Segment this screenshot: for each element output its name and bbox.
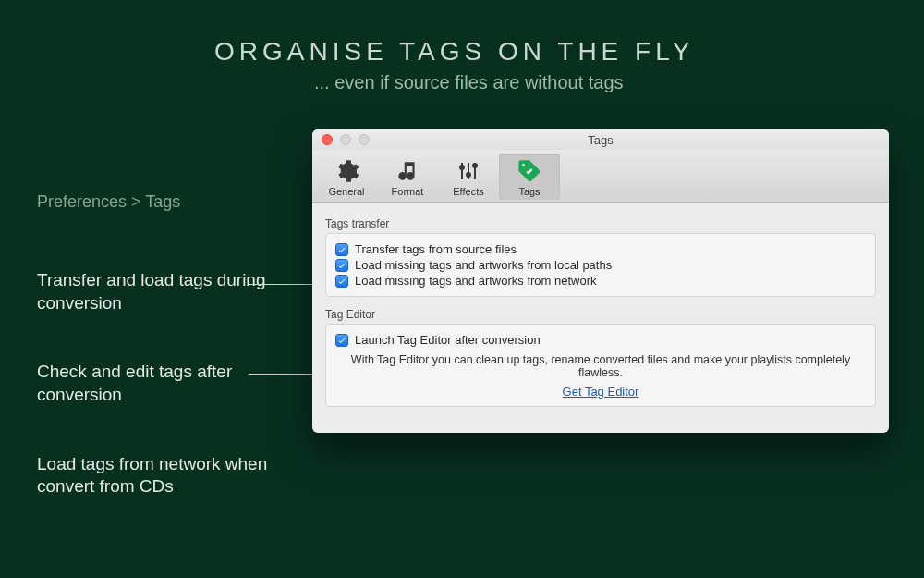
callout-transfer: Transfer and load tags during conversion <box>37 269 296 314</box>
breadcrumb: Preferences > Tags <box>37 192 296 212</box>
music-note-icon <box>377 157 438 185</box>
tab-label: General <box>316 186 377 197</box>
preferences-window: Tags General Format Effects Tags <box>312 129 889 433</box>
callout-network: Load tags from network when convert from… <box>37 453 296 498</box>
callout-edit: Check and edit tags after conversion <box>37 361 296 406</box>
get-tag-editor-link[interactable]: Get Tag Editor <box>563 385 639 399</box>
window-title: Tags <box>312 133 889 147</box>
checkbox-checked-icon[interactable] <box>335 243 348 256</box>
tab-label: Effects <box>438 186 499 197</box>
tab-format[interactable]: Format <box>377 154 438 200</box>
editor-description: With Tag Editor you can clean up tags, r… <box>335 353 866 379</box>
group-editor: Launch Tag Editor after conversion With … <box>325 324 876 407</box>
checkbox-label: Transfer tags from source files <box>355 242 517 256</box>
checkbox-row[interactable]: Load missing tags and artworks from netw… <box>335 273 866 289</box>
tab-label: Format <box>377 186 438 197</box>
svg-point-3 <box>460 166 464 169</box>
checkbox-label: Launch Tag Editor after conversion <box>355 333 541 347</box>
gear-icon <box>316 157 377 185</box>
tab-general[interactable]: General <box>316 154 377 200</box>
checkbox-label: Load missing tags and artworks from loca… <box>355 258 612 272</box>
group-transfer: Transfer tags from source files Load mis… <box>325 233 876 297</box>
preferences-toolbar: General Format Effects Tags <box>312 150 889 203</box>
page-subhead: ... even if source files are without tag… <box>314 72 694 93</box>
tab-effects[interactable]: Effects <box>438 154 499 200</box>
page-headline: ORGANISE TAGS ON THE FLY <box>214 37 694 67</box>
tag-icon <box>499 157 560 185</box>
window-titlebar: Tags <box>312 129 889 150</box>
svg-point-5 <box>473 164 477 167</box>
group-label-editor: Tag Editor <box>325 308 876 321</box>
group-label-transfer: Tags transfer <box>325 217 876 230</box>
sliders-icon <box>438 157 499 185</box>
svg-point-4 <box>467 173 470 177</box>
checkbox-checked-icon[interactable] <box>335 334 348 347</box>
checkbox-row[interactable]: Transfer tags from source files <box>335 241 866 257</box>
tab-tags[interactable]: Tags <box>499 154 560 200</box>
checkbox-row[interactable]: Load missing tags and artworks from loca… <box>335 257 866 273</box>
checkbox-row[interactable]: Launch Tag Editor after conversion <box>335 332 866 348</box>
checkbox-label: Load missing tags and artworks from netw… <box>355 274 597 288</box>
checkbox-checked-icon[interactable] <box>335 259 348 272</box>
checkbox-checked-icon[interactable] <box>335 275 348 288</box>
tab-label: Tags <box>499 186 560 197</box>
